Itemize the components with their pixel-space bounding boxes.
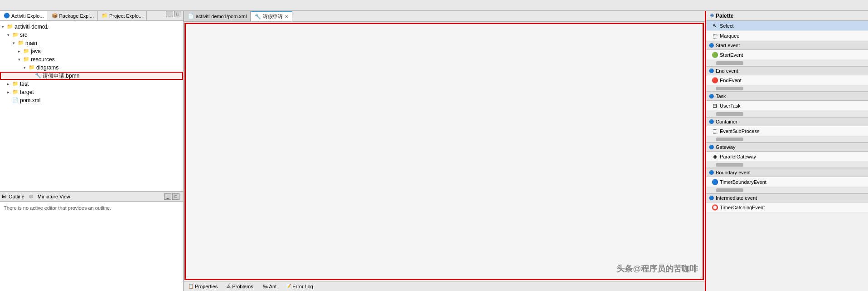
maximize-outline[interactable]: □ (172, 193, 179, 200)
tree-arrow-root: ▾ (2, 25, 6, 29)
palette-item-parallel-gateway[interactable]: ◈ParallelGateway (706, 152, 868, 162)
palette-item-icon-user-task: ⊟ (712, 103, 718, 109)
min-explorer[interactable]: _ (166, 11, 173, 17)
tree-label-target: target (20, 89, 34, 95)
tree-item-bpmn_file[interactable]: 🔧请假申请.bpmn (0, 72, 183, 80)
minimize-outline[interactable]: _ (164, 193, 171, 200)
section-label-intermediate-event: Intermediate event (716, 195, 757, 201)
editor-tab-label-qingjia: 请假申请 (263, 13, 283, 20)
tree-item-test[interactable]: ▸📁test (0, 80, 183, 88)
palette-item-end-event-item[interactable]: 🔴EndEvent (706, 75, 868, 85)
palette-icon: ❋ (710, 13, 714, 19)
main-area: 🔵Activiti Explo...📦Package Expl...📁Proje… (0, 11, 868, 291)
section-icon-container: 🔵 (709, 119, 714, 124)
explorer-tabs (0, 0, 868, 10)
editor-tab-bar: 📄activiti-demo1/pom.xml🔧请假申请✕ (184, 11, 705, 22)
editor-tab-close-qingjia[interactable]: ✕ (285, 14, 288, 19)
palette-item-select[interactable]: ↖Select (706, 21, 868, 31)
bottom-tab-bar: 📋Properties⚠Problems🐜Ant📝Error Log (184, 281, 705, 291)
scrollbar-thumb (716, 163, 743, 167)
tree-icon-main: 📁 (17, 40, 24, 46)
palette-item-label-end-event-item: EndEvent (720, 78, 742, 83)
palette-item-icon-select: ↖ (712, 23, 718, 29)
palette-item-label-timer-catching: TimerCatchingEvent (720, 205, 765, 210)
section-label-gateway: Gateway (716, 144, 735, 150)
miniature-view-title: Miniature View (38, 194, 70, 199)
tab-icon-project: 📁 (102, 13, 108, 19)
bottom-tab-ant[interactable]: 🐜Ant (260, 282, 280, 291)
palette-item-icon-start-event-item: 🟢 (712, 52, 718, 58)
palette-item-label-marquee: Marquee (720, 33, 739, 39)
max-explorer[interactable]: □ (174, 11, 181, 17)
palette-item-marquee[interactable]: ⬚Marquee (706, 31, 868, 41)
section-icon-end-event: 🔵 (709, 69, 714, 73)
scrollbar-thumb (716, 112, 743, 116)
tree-label-java: java (31, 48, 41, 54)
explorer-tab-activiti[interactable]: 🔵Activiti Explo... (0, 11, 48, 20)
section-icon-gateway: 🔵 (709, 145, 714, 149)
palette-item-icon-timer-catching: ⭕ (712, 204, 718, 211)
section-icon-task: 🔵 (709, 94, 714, 99)
editor-tab-pom[interactable]: 📄activiti-demo1/pom.xml (184, 11, 251, 21)
bottom-tab-icon-properties: 📋 (188, 284, 194, 289)
tree-arrow-src: ▾ (7, 33, 12, 37)
tree-label-bpmn_file: 请假申请.bpmn (43, 72, 79, 80)
tree-arrow-java: ▸ (18, 49, 23, 54)
section-icon-boundary-event: 🔵 (709, 170, 714, 175)
bottom-tab-error-log[interactable]: 📝Error Log (283, 282, 316, 291)
tree-icon-java: 📁 (23, 48, 30, 54)
palette-scrollbar-container (706, 136, 868, 143)
palette-item-user-task[interactable]: ⊟UserTask (706, 101, 868, 111)
palette-section-start-event[interactable]: 🔵Start event (706, 41, 868, 50)
outline-window-controls: _ □ (164, 193, 181, 200)
editor-tab-label-pom: activiti-demo1/pom.xml (196, 14, 247, 19)
bottom-tab-properties[interactable]: 📋Properties (185, 282, 220, 291)
tree-item-diagrams[interactable]: ▾📁diagrams (0, 64, 183, 72)
tree-icon-src: 📁 (12, 32, 19, 38)
outline-message: There is no active editor that provides … (4, 205, 111, 211)
left-panel: 🔵Activiti Explo...📦Package Expl...📁Proje… (0, 11, 184, 291)
tree-icon-bpmn_file: 🔧 (34, 73, 42, 79)
palette-section-end-event[interactable]: 🔵End event (706, 66, 868, 75)
bottom-tab-problems[interactable]: ⚠Problems (224, 282, 256, 291)
bottom-tab-label-error-log: Error Log (292, 284, 313, 289)
palette-section-container[interactable]: 🔵Container (706, 117, 868, 126)
palette-panel: ❋ Palette ↖Select⬚Marquee🔵Start event🟢St… (705, 11, 868, 291)
palette-section-task[interactable]: 🔵Task (706, 92, 868, 101)
editor-canvas[interactable]: 头条@程序员的苦咖啡 (184, 23, 704, 280)
tree-item-root[interactable]: ▾📁activiti-demo1 (0, 23, 183, 31)
tree-label-src: src (20, 32, 27, 38)
tree-item-main[interactable]: ▾📁main (0, 39, 183, 47)
explorer-tab-package[interactable]: 📦Package Expl... (48, 11, 98, 20)
palette-section-boundary-event[interactable]: 🔵Boundary event (706, 168, 868, 177)
palette-title: Palette (716, 13, 733, 19)
palette-item-label-event-subprocess: EventSubProcess (720, 128, 759, 134)
palette-item-timer-catching[interactable]: ⭕TimerCatchingEvent (706, 202, 868, 212)
tree-item-resources[interactable]: ▾📁resources (0, 55, 183, 64)
palette-header: ❋ Palette (706, 11, 868, 21)
editor-tab-qingjia[interactable]: 🔧请假申请✕ (251, 11, 292, 21)
section-icon-start-event: 🔵 (709, 43, 714, 48)
palette-item-label-select: Select (720, 23, 734, 29)
explorer-tab-header: 🔵Activiti Explo...📦Package Expl...📁Proje… (0, 11, 183, 21)
tree-icon-diagrams: 📁 (28, 64, 35, 71)
outline-body: There is no active editor that provides … (0, 202, 183, 291)
explorer-window-controls: _□ (166, 11, 183, 20)
palette-item-start-event-item[interactable]: 🟢StartEvent (706, 50, 868, 60)
tree-arrow-resources: ▾ (18, 57, 23, 62)
tree-item-java[interactable]: ▸📁java (0, 47, 183, 55)
palette-item-timer-boundary[interactable]: 🔵TimerBoundaryEvent (706, 177, 868, 187)
palette-section-gateway[interactable]: 🔵Gateway (706, 143, 868, 152)
tree-item-target[interactable]: ▸📁target (0, 88, 183, 96)
tree-label-main: main (25, 40, 37, 46)
section-label-container: Container (716, 119, 737, 124)
palette-section-intermediate-event[interactable]: 🔵Intermediate event (706, 193, 868, 202)
tree-icon-resources: 📁 (23, 56, 30, 63)
tree-item-pom_xml[interactable]: 📄pom.xml (0, 96, 183, 104)
tree-label-test: test (20, 81, 29, 87)
section-label-start-event: Start event (716, 43, 740, 48)
explorer-tab-project[interactable]: 📁Project Explo... (98, 11, 147, 20)
scrollbar-thumb (716, 87, 743, 90)
palette-item-event-subprocess[interactable]: ⬚EventSubProcess (706, 126, 868, 136)
tree-item-src[interactable]: ▾📁src (0, 31, 183, 39)
